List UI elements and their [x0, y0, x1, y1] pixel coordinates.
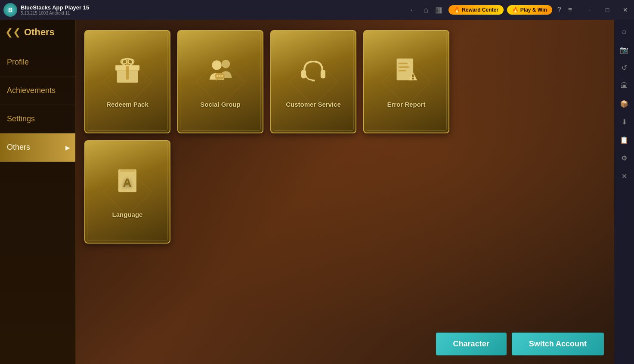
svg-point-7: [222, 60, 230, 68]
rs-refresh-icon[interactable]: ↺: [616, 59, 632, 76]
svg-point-22: [412, 78, 414, 80]
back-arrow-icon[interactable]: ❮❮: [5, 27, 21, 38]
play-fire-icon: 🔥: [512, 7, 519, 13]
svg-rect-17: [399, 63, 408, 65]
app-title: BlueStacks App Player 15 5.13.215.1003 A…: [21, 4, 403, 15]
error-report-card[interactable]: Error Report: [363, 30, 449, 133]
svg-rect-18: [399, 66, 409, 68]
rs-close-icon[interactable]: ✕: [616, 168, 632, 184]
character-button[interactable]: Character: [436, 333, 507, 355]
bottom-bar: Character Switch Account: [436, 333, 604, 355]
svg-rect-14: [321, 70, 325, 79]
redeem-pack-label: Redeem Pack: [106, 101, 148, 108]
rs-clipboard-icon[interactable]: 📋: [616, 132, 632, 148]
tab-nav-button[interactable]: ▦: [433, 5, 445, 15]
nav-items: Profile Achievements Settings Others: [0, 48, 75, 162]
maximize-button[interactable]: □: [599, 0, 616, 20]
action-buttons: 🔥 Reward Center 🔥 Play & Win ? ≡: [448, 5, 574, 15]
redeem-pack-card[interactable]: Redeem Pack: [84, 30, 170, 133]
rs-building-icon[interactable]: 🏛: [616, 77, 632, 94]
app-icon: B: [3, 3, 17, 17]
home-nav-button[interactable]: ⌂: [421, 5, 431, 15]
reward-fire-icon: 🔥: [454, 7, 460, 13]
reward-center-button[interactable]: 🔥 Reward Center: [448, 5, 504, 15]
menu-icon[interactable]: ≡: [566, 6, 574, 14]
nav-buttons: ← ⌂ ▦: [406, 5, 445, 15]
error-report-icon: [391, 56, 421, 96]
language-label: Language: [112, 211, 143, 218]
window-controls: − □ ✕: [581, 0, 634, 20]
svg-point-10: [216, 75, 218, 77]
sidebar-item-settings[interactable]: Settings: [0, 105, 75, 133]
social-group-icon: [205, 56, 235, 96]
svg-text:A: A: [123, 176, 132, 189]
page-title: Others: [24, 27, 55, 38]
gift-icon: [112, 56, 142, 96]
social-group-card[interactable]: Social Group: [177, 30, 263, 133]
svg-rect-21: [412, 74, 414, 77]
rs-home-icon[interactable]: ⌂: [616, 23, 632, 40]
social-group-label: Social Group: [200, 101, 240, 108]
rs-settings-icon[interactable]: ⚙: [616, 150, 632, 166]
svg-rect-13: [301, 70, 306, 79]
left-sidebar: ❮❮ Others Profile Achievements Settings …: [0, 20, 76, 364]
play-win-button[interactable]: 🔥 Play & Win: [507, 5, 552, 15]
svg-point-11: [219, 75, 221, 77]
back-nav-button[interactable]: ←: [406, 5, 419, 15]
right-sidebar: ⌂ 📷 ↺ 🏛 📦 ⬇ 📋 ⚙ ✕: [614, 20, 634, 364]
language-icon: A: [112, 166, 142, 206]
svg-rect-15: [312, 80, 315, 81]
rs-camera-icon[interactable]: 📷: [616, 41, 632, 58]
rs-package-icon[interactable]: 📦: [616, 96, 632, 112]
headset-icon: [298, 56, 328, 96]
svg-rect-19: [399, 70, 406, 72]
title-bar: B BlueStacks App Player 15 5.13.215.1003…: [0, 0, 634, 20]
sidebar-item-others[interactable]: Others: [0, 133, 75, 162]
page-header: ❮❮ Others: [0, 20, 75, 45]
cards-grid: Redeem Pack: [84, 30, 606, 244]
sidebar-item-profile[interactable]: Profile: [0, 48, 75, 77]
switch-account-button[interactable]: Switch Account: [512, 333, 604, 355]
language-card[interactable]: A Language: [84, 140, 170, 244]
main-content: Redeem Pack: [76, 20, 614, 364]
rs-down-icon[interactable]: ⬇: [616, 114, 632, 130]
svg-point-12: [221, 75, 223, 77]
error-report-label: Error Report: [387, 101, 425, 108]
svg-point-8: [212, 60, 221, 70]
help-icon[interactable]: ?: [556, 6, 563, 14]
close-button[interactable]: ✕: [617, 0, 634, 20]
customer-service-card[interactable]: Customer Service: [270, 30, 356, 133]
customer-service-label: Customer Service: [286, 101, 341, 108]
sidebar-item-achievements[interactable]: Achievements: [0, 77, 75, 105]
minimize-button[interactable]: −: [581, 0, 598, 20]
svg-rect-24: [120, 169, 135, 172]
